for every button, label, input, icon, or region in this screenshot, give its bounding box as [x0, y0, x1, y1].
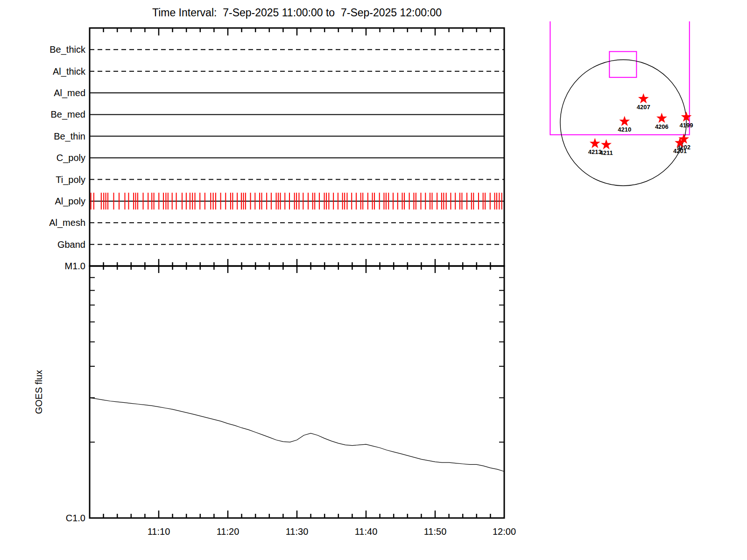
filter-row-label: Be_thick [49, 44, 86, 55]
active-region-star [601, 139, 612, 149]
goes-ylabel: GOES flux [34, 370, 44, 414]
plot-canvas: Be_thickAl_thickAl_medBe_medBe_thinC_pol… [0, 0, 747, 560]
goes-flux-panel: 11:1011:2011:3011:4011:5012:00M1.0C1.0GO… [34, 261, 516, 537]
filter-row-label: Gband [57, 239, 85, 250]
filter-row-label: Ti_poly [56, 175, 85, 185]
x-tick-label: 11:50 [424, 526, 447, 537]
active-region-label: 4201 [673, 147, 687, 154]
x-tick-label: 11:40 [355, 526, 378, 537]
active-region-label: 4199 [680, 122, 693, 129]
active-region-star [619, 116, 630, 126]
active-region-label: 4211 [599, 149, 613, 156]
x-tick-label: 11:30 [286, 526, 309, 537]
filter-row-label: Al_poly [55, 196, 85, 207]
x-tick-label: 11:20 [217, 526, 240, 537]
goes-curve [90, 398, 504, 471]
active-region-star [656, 113, 667, 123]
active-region-star [638, 93, 649, 104]
x-tick-label: 11:10 [148, 526, 170, 537]
active-region-label: 4210 [618, 126, 631, 133]
filter-panel-border [90, 28, 504, 266]
target-box [609, 51, 636, 77]
filter-row-label: Be_med [51, 109, 86, 120]
y-top-label: M1.0 [65, 261, 85, 271]
filter-row-label: Be_thin [54, 131, 85, 142]
filter-timeline-panel: Be_thickAl_thickAl_medBe_medBe_thinC_pol… [49, 28, 504, 273]
active-region-label: 4207 [637, 104, 650, 111]
active-region-label: 4206 [655, 123, 669, 130]
filter-row-label: Al_mesh [49, 217, 85, 228]
solar-observation-summary: Time Interval: 7-Sep-2025 11:00:00 to 7-… [0, 0, 747, 560]
y-bottom-label: C1.0 [66, 513, 85, 523]
filter-row-label: C_poly [56, 153, 85, 163]
fov-box [550, 21, 689, 135]
solar-disk-map: 42074210420641994202420142134211 [550, 21, 693, 186]
filter-row-label: Al_med [54, 88, 85, 98]
goes-panel-border [90, 266, 504, 518]
active-region-star [590, 138, 600, 148]
x-tick-label: 12:00 [493, 526, 516, 537]
filter-row-label: Al_thick [53, 66, 86, 77]
